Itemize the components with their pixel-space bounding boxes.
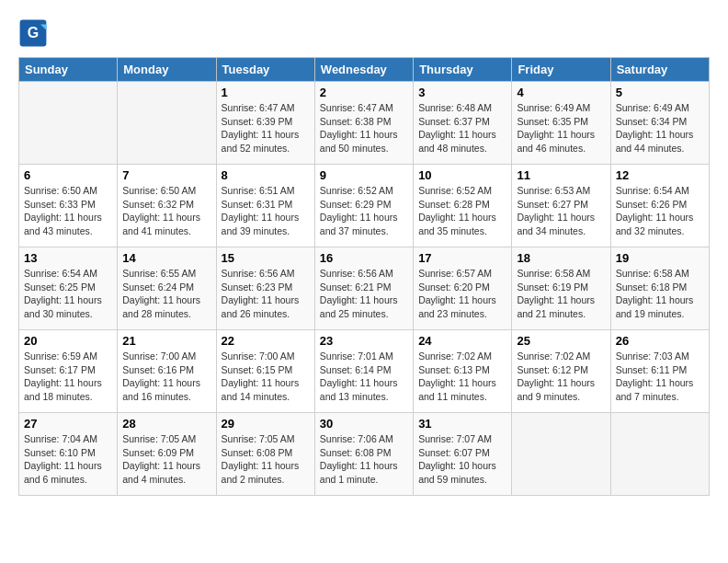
day-info: Sunrise: 6:52 AM Sunset: 6:28 PM Dayligh…: [418, 184, 506, 238]
calendar-header: SundayMondayTuesdayWednesdayThursdayFrid…: [19, 58, 710, 82]
day-info: Sunrise: 7:02 AM Sunset: 6:13 PM Dayligh…: [418, 350, 506, 404]
day-cell: 19Sunrise: 6:58 AM Sunset: 6:18 PM Dayli…: [610, 247, 709, 330]
day-number: 28: [122, 417, 210, 431]
day-number: 10: [418, 168, 506, 182]
day-number: 18: [517, 251, 605, 265]
day-cell: [512, 413, 610, 496]
week-row-4: 20Sunrise: 6:59 AM Sunset: 6:17 PM Dayli…: [19, 330, 710, 413]
day-cell: 15Sunrise: 6:56 AM Sunset: 6:23 PM Dayli…: [216, 247, 314, 330]
day-cell: 2Sunrise: 6:47 AM Sunset: 6:38 PM Daylig…: [314, 82, 413, 165]
day-number: 1: [222, 86, 310, 99]
week-row-3: 13Sunrise: 6:54 AM Sunset: 6:25 PM Dayli…: [19, 247, 710, 330]
weekday-header-saturday: Saturday: [610, 58, 709, 82]
day-info: Sunrise: 6:47 AM Sunset: 6:39 PM Dayligh…: [222, 101, 310, 155]
calendar-table: SundayMondayTuesdayWednesdayThursdayFrid…: [18, 57, 710, 496]
day-number: 14: [122, 251, 210, 265]
logo-icon: G: [18, 18, 48, 48]
day-cell: 25Sunrise: 7:02 AM Sunset: 6:12 PM Dayli…: [512, 330, 610, 413]
day-cell: 29Sunrise: 7:05 AM Sunset: 6:08 PM Dayli…: [216, 413, 314, 496]
day-info: Sunrise: 6:48 AM Sunset: 6:37 PM Dayligh…: [418, 101, 506, 155]
day-cell: 26Sunrise: 7:03 AM Sunset: 6:11 PM Dayli…: [610, 330, 709, 413]
day-info: Sunrise: 6:56 AM Sunset: 6:21 PM Dayligh…: [320, 267, 408, 321]
day-info: Sunrise: 6:57 AM Sunset: 6:20 PM Dayligh…: [418, 267, 506, 321]
day-number: 19: [616, 251, 704, 265]
day-number: 27: [24, 417, 112, 431]
day-info: Sunrise: 6:52 AM Sunset: 6:29 PM Dayligh…: [320, 184, 408, 238]
day-cell: 9Sunrise: 6:52 AM Sunset: 6:29 PM Daylig…: [314, 165, 413, 247]
day-number: 2: [320, 86, 408, 99]
day-info: Sunrise: 6:54 AM Sunset: 6:26 PM Dayligh…: [616, 184, 704, 238]
day-number: 9: [320, 168, 408, 182]
day-info: Sunrise: 6:49 AM Sunset: 6:35 PM Dayligh…: [517, 101, 605, 155]
day-info: Sunrise: 6:50 AM Sunset: 6:33 PM Dayligh…: [24, 184, 112, 238]
page-header: G: [18, 18, 710, 48]
day-number: 25: [517, 334, 605, 348]
day-cell: 16Sunrise: 6:56 AM Sunset: 6:21 PM Dayli…: [314, 247, 413, 330]
day-info: Sunrise: 7:00 AM Sunset: 6:15 PM Dayligh…: [222, 350, 310, 404]
day-cell: 11Sunrise: 6:53 AM Sunset: 6:27 PM Dayli…: [512, 165, 610, 247]
day-info: Sunrise: 6:51 AM Sunset: 6:31 PM Dayligh…: [222, 184, 310, 238]
weekday-header-row: SundayMondayTuesdayWednesdayThursdayFrid…: [19, 58, 710, 82]
day-number: 3: [418, 86, 506, 99]
day-info: Sunrise: 6:59 AM Sunset: 6:17 PM Dayligh…: [24, 350, 112, 404]
day-cell: 5Sunrise: 6:49 AM Sunset: 6:34 PM Daylig…: [610, 82, 709, 165]
day-info: Sunrise: 7:05 AM Sunset: 6:09 PM Dayligh…: [122, 432, 210, 487]
day-info: Sunrise: 7:07 AM Sunset: 6:07 PM Dayligh…: [418, 432, 506, 487]
day-number: 13: [24, 251, 112, 265]
day-cell: [610, 413, 709, 496]
day-number: 24: [418, 334, 506, 348]
day-number: 4: [517, 86, 605, 99]
day-cell: 28Sunrise: 7:05 AM Sunset: 6:09 PM Dayli…: [118, 413, 216, 496]
week-row-5: 27Sunrise: 7:04 AM Sunset: 6:10 PM Dayli…: [19, 413, 710, 496]
day-cell: 23Sunrise: 7:01 AM Sunset: 6:14 PM Dayli…: [314, 330, 413, 413]
day-cell: 14Sunrise: 6:55 AM Sunset: 6:24 PM Dayli…: [118, 247, 216, 330]
day-number: 7: [122, 168, 210, 182]
day-cell: 17Sunrise: 6:57 AM Sunset: 6:20 PM Dayli…: [414, 247, 512, 330]
day-info: Sunrise: 7:01 AM Sunset: 6:14 PM Dayligh…: [320, 350, 408, 404]
calendar-body: 1Sunrise: 6:47 AM Sunset: 6:39 PM Daylig…: [19, 82, 710, 496]
day-number: 21: [122, 334, 210, 348]
day-info: Sunrise: 7:00 AM Sunset: 6:16 PM Dayligh…: [122, 350, 210, 404]
week-row-2: 6Sunrise: 6:50 AM Sunset: 6:33 PM Daylig…: [19, 165, 710, 247]
day-info: Sunrise: 7:03 AM Sunset: 6:11 PM Dayligh…: [616, 350, 704, 404]
day-cell: [19, 82, 118, 165]
day-info: Sunrise: 6:58 AM Sunset: 6:18 PM Dayligh…: [616, 267, 704, 321]
day-cell: 3Sunrise: 6:48 AM Sunset: 6:37 PM Daylig…: [414, 82, 512, 165]
weekday-header-monday: Monday: [118, 58, 216, 82]
weekday-header-thursday: Thursday: [414, 58, 512, 82]
day-info: Sunrise: 6:55 AM Sunset: 6:24 PM Dayligh…: [122, 267, 210, 321]
day-info: Sunrise: 7:06 AM Sunset: 6:08 PM Dayligh…: [320, 432, 408, 487]
day-cell: [118, 82, 216, 165]
day-info: Sunrise: 6:47 AM Sunset: 6:38 PM Dayligh…: [320, 101, 408, 155]
day-cell: 7Sunrise: 6:50 AM Sunset: 6:32 PM Daylig…: [118, 165, 216, 247]
day-number: 31: [418, 417, 506, 431]
day-cell: 27Sunrise: 7:04 AM Sunset: 6:10 PM Dayli…: [19, 413, 118, 496]
day-number: 22: [222, 334, 310, 348]
day-number: 5: [616, 86, 704, 99]
day-cell: 12Sunrise: 6:54 AM Sunset: 6:26 PM Dayli…: [610, 165, 709, 247]
day-cell: 8Sunrise: 6:51 AM Sunset: 6:31 PM Daylig…: [216, 165, 314, 247]
week-row-1: 1Sunrise: 6:47 AM Sunset: 6:39 PM Daylig…: [19, 82, 710, 165]
day-cell: 22Sunrise: 7:00 AM Sunset: 6:15 PM Dayli…: [216, 330, 314, 413]
day-cell: 31Sunrise: 7:07 AM Sunset: 6:07 PM Dayli…: [414, 413, 512, 496]
day-number: 17: [418, 251, 506, 265]
day-number: 20: [24, 334, 112, 348]
day-number: 16: [320, 251, 408, 265]
day-number: 23: [320, 334, 408, 348]
day-number: 15: [222, 251, 310, 265]
day-info: Sunrise: 6:58 AM Sunset: 6:19 PM Dayligh…: [517, 267, 605, 321]
day-number: 8: [222, 168, 310, 182]
day-info: Sunrise: 7:04 AM Sunset: 6:10 PM Dayligh…: [24, 432, 112, 487]
svg-text:G: G: [28, 25, 39, 40]
day-cell: 20Sunrise: 6:59 AM Sunset: 6:17 PM Dayli…: [19, 330, 118, 413]
day-info: Sunrise: 6:49 AM Sunset: 6:34 PM Dayligh…: [616, 101, 704, 155]
day-cell: 10Sunrise: 6:52 AM Sunset: 6:28 PM Dayli…: [414, 165, 512, 247]
day-number: 29: [222, 417, 310, 431]
day-number: 6: [24, 168, 112, 182]
day-cell: 13Sunrise: 6:54 AM Sunset: 6:25 PM Dayli…: [19, 247, 118, 330]
day-info: Sunrise: 7:05 AM Sunset: 6:08 PM Dayligh…: [222, 432, 310, 487]
day-number: 12: [616, 168, 704, 182]
day-cell: 18Sunrise: 6:58 AM Sunset: 6:19 PM Dayli…: [512, 247, 610, 330]
weekday-header-friday: Friday: [512, 58, 610, 82]
day-cell: 24Sunrise: 7:02 AM Sunset: 6:13 PM Dayli…: [414, 330, 512, 413]
